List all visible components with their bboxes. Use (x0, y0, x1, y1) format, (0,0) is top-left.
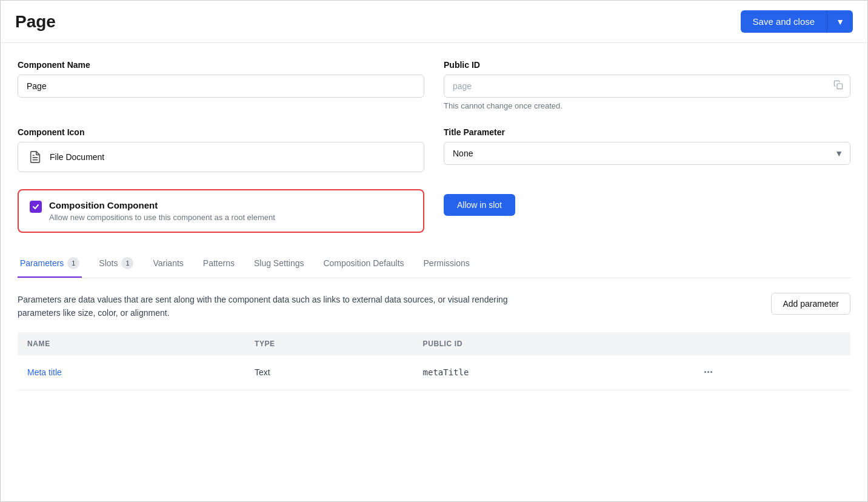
public-id-input[interactable] (444, 75, 850, 98)
tab-slug-settings-label: Slug Settings (254, 258, 304, 268)
param-name-cell: Meta title (18, 355, 245, 390)
component-icon-label: Component Icon (18, 127, 424, 137)
col-actions-header (689, 332, 850, 355)
title-parameter-label: Title Parameter (444, 127, 850, 137)
col-type-header: TYPE (245, 332, 413, 355)
form-row-2: Component Icon File Document (18, 127, 850, 172)
parameters-table: NAME TYPE PUBLIC ID Meta title Text meta… (18, 332, 850, 390)
composition-slot-row: Composition Component Allow new composit… (18, 189, 850, 233)
tab-slots[interactable]: Slots 1 (96, 250, 136, 278)
slot-col: Allow in slot (444, 189, 850, 216)
tab-composition-defaults-label: Composition Defaults (323, 258, 404, 268)
save-dropdown-button[interactable]: ▼ (827, 10, 853, 33)
public-id-label: Public ID (444, 60, 850, 70)
tab-slots-badge: 1 (121, 257, 133, 269)
composition-col: Composition Component Allow new composit… (18, 189, 424, 233)
param-more-button[interactable]: ··· (699, 365, 718, 380)
component-icon-value: File Document (50, 152, 104, 162)
component-name-input[interactable] (18, 75, 424, 98)
tab-permissions-label: Permissions (424, 258, 470, 268)
tab-parameters[interactable]: Parameters 1 (18, 250, 82, 278)
header: Page Save and close ▼ (1, 1, 867, 43)
tab-variants[interactable]: Variants (150, 250, 185, 278)
col-name-header: NAME (18, 332, 245, 355)
main-content: Component Name Public ID This cannot cha… (1, 43, 867, 501)
title-parameter-col: Title Parameter None ▼ (444, 127, 850, 172)
add-parameter-button[interactable]: Add parameter (771, 293, 850, 315)
param-name-link[interactable]: Meta title (27, 367, 62, 377)
tab-slug-settings[interactable]: Slug Settings (252, 250, 307, 278)
table-row: Meta title Text metaTitle ··· (18, 355, 850, 390)
tab-content-parameters: Parameters are data values that are sent… (18, 278, 850, 390)
tab-permissions[interactable]: Permissions (421, 250, 472, 278)
form-row-1: Component Name Public ID This cannot cha… (18, 60, 850, 110)
public-id-hint: This cannot change once created. (444, 101, 850, 110)
component-name-label: Component Name (18, 60, 424, 70)
allow-in-slot-button[interactable]: Allow in slot (444, 194, 515, 216)
save-button-group: Save and close ▼ (741, 10, 853, 33)
tab-variants-label: Variants (153, 258, 183, 268)
tab-composition-defaults[interactable]: Composition Defaults (321, 250, 406, 278)
tab-slots-label: Slots (99, 258, 118, 268)
table-header-row: NAME TYPE PUBLIC ID (18, 332, 850, 355)
svg-rect-0 (837, 84, 843, 89)
title-parameter-select[interactable]: None (444, 142, 850, 165)
tab-parameters-badge: 1 (67, 257, 79, 269)
tab-patterns-label: Patterns (203, 258, 235, 268)
composition-description: Allow new compositions to use this compo… (49, 213, 275, 222)
chevron-down-icon: ▼ (836, 17, 844, 27)
composition-title: Composition Component (49, 200, 275, 210)
public-id-wrapper (444, 75, 850, 98)
tabs-bar: Parameters 1 Slots 1 Variants Patterns S… (18, 250, 850, 278)
param-actions-cell: ··· (689, 355, 850, 390)
tab-parameters-label: Parameters (20, 258, 64, 268)
page-title: Page (15, 12, 56, 32)
params-top: Parameters are data values that are sent… (18, 293, 850, 320)
composition-checkbox[interactable] (30, 201, 42, 213)
page-wrapper: Page Save and close ▼ Component Name Pub… (0, 0, 868, 502)
param-type-cell: Text (245, 355, 413, 390)
component-icon-input[interactable]: File Document (18, 142, 424, 172)
composition-component-box[interactable]: Composition Component Allow new composit… (18, 189, 424, 233)
copy-icon[interactable] (833, 80, 843, 92)
save-and-close-button[interactable]: Save and close (741, 10, 827, 33)
param-public-id-cell: metaTitle (413, 355, 689, 390)
params-description: Parameters are data values that are sent… (18, 293, 515, 320)
public-id-col: Public ID This cannot change once create… (444, 60, 850, 110)
tab-patterns[interactable]: Patterns (201, 250, 237, 278)
file-document-icon (27, 149, 44, 166)
component-name-col: Component Name (18, 60, 424, 110)
col-public-id-header: PUBLIC ID (413, 332, 689, 355)
composition-text: Composition Component Allow new composit… (49, 200, 275, 222)
title-parameter-select-wrapper: None ▼ (444, 142, 850, 165)
component-icon-col: Component Icon File Document (18, 127, 424, 172)
